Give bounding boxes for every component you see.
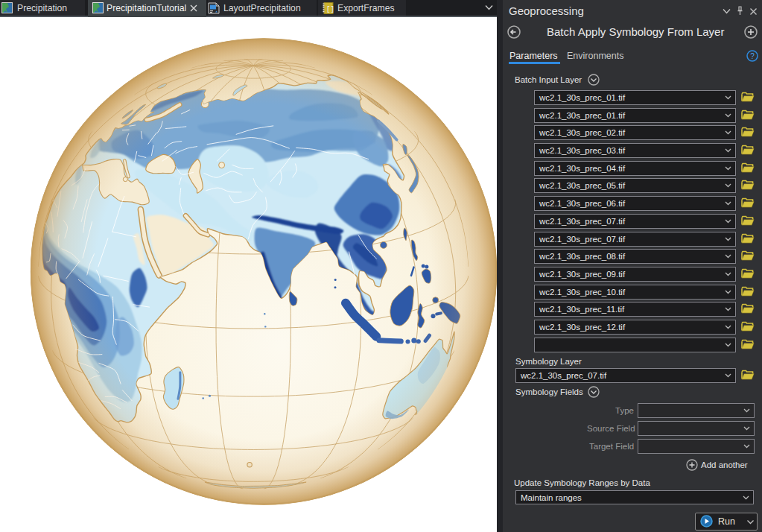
svg-text:[]: []: [326, 6, 334, 13]
svg-text:?: ?: [750, 52, 755, 60]
